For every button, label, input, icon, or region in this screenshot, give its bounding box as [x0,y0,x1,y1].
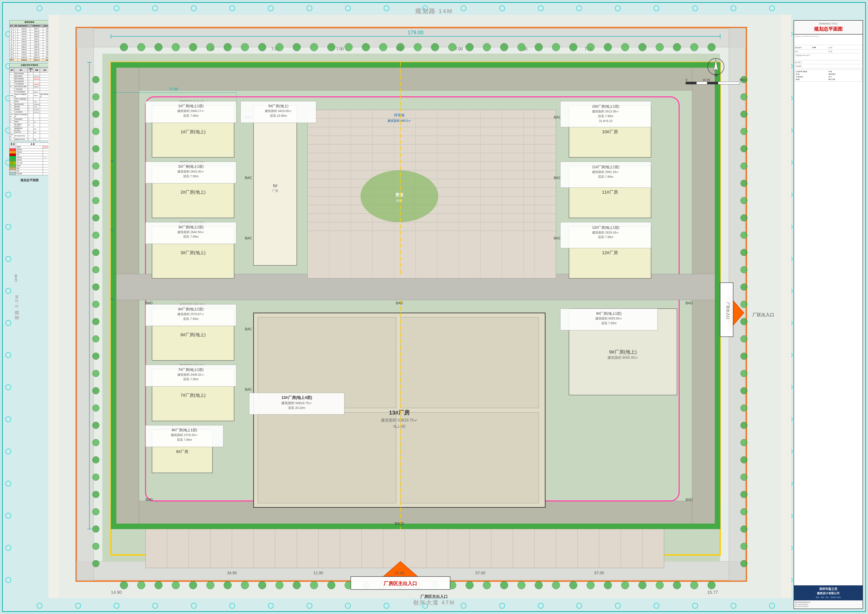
stats-cell: 4 [33,123,40,127]
svg-point-237 [93,266,99,273]
svg-point-222 [656,581,663,589]
svg-text:9#厂房(地上): 9#厂房(地上) [609,349,637,355]
building-cell: 1# [9,28,14,30]
svg-point-239 [93,301,99,308]
svg-rect-355 [718,82,740,84]
design-label: 设计 [795,50,812,53]
svg-text:A: A [111,297,113,301]
stats-cell: ㎡ [28,91,33,93]
svg-text:8#厂房: 8#厂房 [176,450,188,454]
stats-cell: 16 [9,121,14,123]
stats-cell: 84016.93 [33,78,40,80]
svg-text:建筑面积 2629.18㎡: 建筑面积 2629.18㎡ [592,231,619,234]
svg-point-157 [137,43,145,51]
stats-cell: 建筑净用地面积 [14,78,28,80]
stats-cell: 公共绿地面积 [14,111,28,113]
building-cell: 3# [9,33,14,36]
svg-point-156 [120,43,128,51]
stats-cell: 绿地面积 [14,108,28,111]
svg-text:建筑面积 2408.32㎡: 建筑面积 2408.32㎡ [177,373,205,376]
stats-cell [40,83,50,85]
date-label: 日 期 [828,50,846,53]
building-cell: 7# [9,40,14,43]
svg-point-269 [740,318,747,325]
svg-text:厂房: 厂房 [272,189,278,192]
stats-cell [9,88,14,91]
bottom-dots-row [20,603,791,609]
chief-designer: 刘振成 [803,71,807,72]
building-cell: 2629.18 [30,54,43,56]
stats-cell [40,106,50,108]
svg-text:13#厂房: 13#厂房 [389,409,410,416]
svg-rect-354 [707,82,718,84]
svg-text:17.00: 17.00 [169,87,178,91]
svg-point-184 [604,43,612,51]
svg-point-169 [345,43,353,51]
stats-cell: 物业管理房总出面积 [14,85,28,88]
svg-point-197 [224,581,231,589]
stats-cell: 建筑基底总面积 [14,103,28,106]
svg-point-212 [483,581,491,589]
building-cell: 1 [14,43,18,46]
building-cell: 1 [14,40,18,43]
stats-cell: 1.00 [33,101,40,103]
stats-cell [9,75,14,78]
tables-panel: 建筑明细表 编号 层数 建筑基底面积(㎡) 计容建筑面积(㎡) 建筑总面积(㎡)… [9,20,50,589]
building-cell: 8055.00 [30,46,43,48]
svg-point-172 [397,43,404,51]
legend-plan-title: 规划总平面图 [9,178,50,182]
stats-cell: 946 [33,131,40,134]
svg-text:10 20: 10 20 [702,78,710,82]
stats-cell: 18 [9,127,14,131]
svg-point-160 [189,43,197,51]
svg-point-276 [740,439,747,446]
stats-cell: 19 [9,131,14,134]
building-cell: 2# [9,30,14,33]
building-cell: 10# [9,48,14,51]
building-cell: 11# [9,51,14,54]
building-cell: 1 [14,36,18,38]
building-cell: 2194.00 [18,30,30,33]
svg-text:层高 7.95m: 层高 7.95m [598,235,614,239]
stats-cell [33,73,40,75]
svg-text:31.8×9.15: 31.8×9.15 [599,119,612,122]
svg-text:景观: 景观 [395,193,403,197]
svg-point-192 [137,581,145,589]
scale-label: 比 例 [828,47,846,49]
stats-cell: 13 [9,111,14,113]
svg-point-236 [93,249,99,256]
stats-cell: 个 [28,138,33,141]
stats-cell: 容积率 [14,101,28,103]
stats-cell: 20其他 [9,134,14,138]
svg-point-213 [500,581,508,589]
svg-point-185 [621,43,629,51]
stats-cell: 37850.05 [33,103,40,106]
svg-text:10#厂房(地上1层): 10#厂房(地上1层) [592,105,619,108]
svg-point-191 [120,581,128,589]
svg-text:BAC: BAC [554,115,561,119]
svg-text:建筑面积 8055.00㎡: 建筑面积 8055.00㎡ [595,317,622,320]
svg-text:57.00: 57.00 [594,571,604,575]
building-cell: 5# [9,36,14,38]
stats-cell: 地面机动车停车位 [14,138,28,141]
stats-cell [40,88,50,91]
stats-table: 编号 项目 计量单位 数量 注意 1规划总用地面积㎡建筑基底面积㎡54113.7… [9,68,50,141]
reviewer-label: 审 核 [829,71,832,72]
col-header-base: 建筑基底面积(㎡) [18,25,30,28]
svg-text:BAC: BAC [245,327,252,331]
stats-cell: ㎡ [28,103,33,106]
stats-cell: ㎡ [28,111,33,113]
svg-point-228 [93,111,99,118]
stats-cell: 地下机动车停车位 [14,134,28,138]
svg-point-243 [93,370,99,377]
stats-cell: 机动停车位 [14,131,28,134]
building-cell: 1 [14,51,18,54]
building-cell: 合计 [9,59,14,61]
chief-designer-label: 出品经理 [796,71,802,72]
stats-cell: 45.10 [33,106,40,108]
checker-label: 特 核 [796,73,800,75]
svg-point-189 [690,43,698,51]
svg-text:厂区出入口: 厂区出入口 [753,312,774,317]
svg-text:建筑面积 2940.17㎡: 建筑面积 2940.17㎡ [177,109,205,113]
svg-point-174 [431,43,439,51]
